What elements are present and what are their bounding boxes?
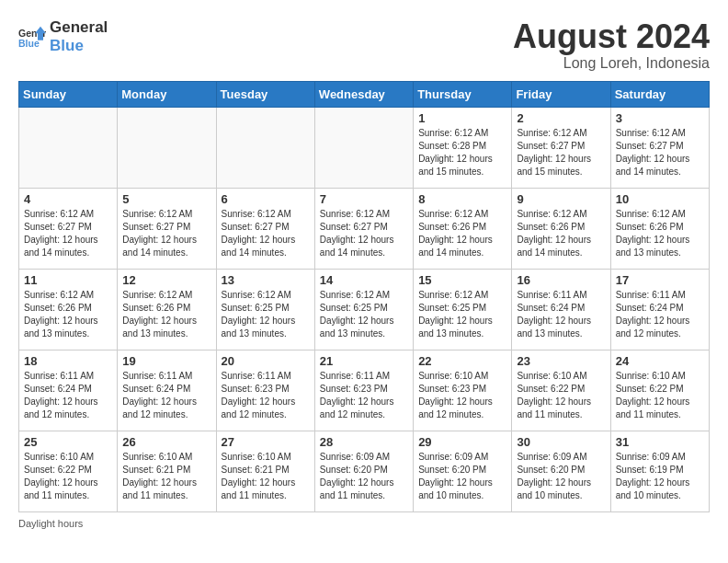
calendar-table: SundayMondayTuesdayWednesdayThursdayFrid…: [18, 81, 710, 512]
title-block: August 2024 Long Loreh, Indonesia: [513, 18, 710, 72]
day-info: Sunrise: 6:09 AM Sunset: 6:20 PM Dayligh…: [320, 451, 408, 502]
day-info: Sunrise: 6:11 AM Sunset: 6:24 PM Dayligh…: [24, 370, 112, 421]
calendar-day-cell: 19Sunrise: 6:11 AM Sunset: 6:24 PM Dayli…: [118, 350, 216, 431]
calendar-day-cell: 10Sunrise: 6:12 AM Sunset: 6:26 PM Dayli…: [610, 188, 709, 269]
day-number: 29: [418, 435, 506, 449]
day-number: 4: [24, 192, 112, 206]
day-info: Sunrise: 6:10 AM Sunset: 6:21 PM Dayligh…: [122, 451, 210, 502]
calendar-day-cell: 24Sunrise: 6:10 AM Sunset: 6:22 PM Dayli…: [610, 350, 709, 431]
weekday-header-sunday: Sunday: [19, 81, 118, 107]
calendar-day-cell: 16Sunrise: 6:11 AM Sunset: 6:24 PM Dayli…: [512, 269, 610, 350]
day-number: 20: [222, 354, 310, 368]
day-number: 31: [616, 435, 704, 449]
calendar-day-cell: 7Sunrise: 6:12 AM Sunset: 6:27 PM Daylig…: [314, 188, 413, 269]
month-year-title: August 2024: [513, 18, 710, 55]
calendar-day-cell: 18Sunrise: 6:11 AM Sunset: 6:24 PM Dayli…: [19, 350, 118, 431]
logo-text-blue: Blue: [50, 37, 108, 55]
day-number: 3: [616, 111, 704, 125]
calendar-day-cell: 8Sunrise: 6:12 AM Sunset: 6:26 PM Daylig…: [414, 188, 512, 269]
day-number: 26: [122, 435, 210, 449]
calendar-day-cell: 12Sunrise: 6:12 AM Sunset: 6:26 PM Dayli…: [118, 269, 216, 350]
calendar-day-cell: 21Sunrise: 6:11 AM Sunset: 6:23 PM Dayli…: [314, 350, 413, 431]
day-info: Sunrise: 6:10 AM Sunset: 6:23 PM Dayligh…: [418, 370, 506, 421]
day-info: Sunrise: 6:12 AM Sunset: 6:28 PM Dayligh…: [418, 127, 506, 178]
day-info: Sunrise: 6:11 AM Sunset: 6:24 PM Dayligh…: [517, 289, 605, 340]
day-number: 28: [320, 435, 408, 449]
day-info: Sunrise: 6:10 AM Sunset: 6:22 PM Dayligh…: [517, 370, 605, 421]
day-info: Sunrise: 6:10 AM Sunset: 6:22 PM Dayligh…: [24, 451, 112, 502]
day-info: Sunrise: 6:12 AM Sunset: 6:27 PM Dayligh…: [24, 208, 112, 259]
day-number: 19: [122, 354, 210, 368]
calendar-week-row: 1Sunrise: 6:12 AM Sunset: 6:28 PM Daylig…: [19, 107, 710, 188]
calendar-day-cell: [314, 107, 413, 188]
day-info: Sunrise: 6:12 AM Sunset: 6:25 PM Dayligh…: [320, 289, 408, 340]
day-info: Sunrise: 6:12 AM Sunset: 6:27 PM Dayligh…: [616, 127, 704, 178]
weekday-header-monday: Monday: [118, 81, 216, 107]
calendar-day-cell: 31Sunrise: 6:09 AM Sunset: 6:19 PM Dayli…: [610, 431, 709, 511]
day-info: Sunrise: 6:09 AM Sunset: 6:20 PM Dayligh…: [418, 451, 506, 502]
day-number: 24: [616, 354, 704, 368]
day-info: Sunrise: 6:12 AM Sunset: 6:26 PM Dayligh…: [24, 289, 112, 340]
day-info: Sunrise: 6:11 AM Sunset: 6:24 PM Dayligh…: [616, 289, 704, 340]
calendar-week-row: 18Sunrise: 6:11 AM Sunset: 6:24 PM Dayli…: [19, 350, 710, 431]
calendar-day-cell: 22Sunrise: 6:10 AM Sunset: 6:23 PM Dayli…: [414, 350, 512, 431]
day-info: Sunrise: 6:12 AM Sunset: 6:26 PM Dayligh…: [122, 289, 210, 340]
day-number: 1: [418, 111, 506, 125]
day-number: 7: [320, 192, 408, 206]
weekday-header-wednesday: Wednesday: [314, 81, 413, 107]
day-number: 25: [24, 435, 112, 449]
calendar-day-cell: 9Sunrise: 6:12 AM Sunset: 6:26 PM Daylig…: [512, 188, 610, 269]
day-number: 21: [320, 354, 408, 368]
calendar-day-cell: 30Sunrise: 6:09 AM Sunset: 6:20 PM Dayli…: [512, 431, 610, 511]
day-number: 16: [517, 273, 605, 287]
day-info: Sunrise: 6:11 AM Sunset: 6:23 PM Dayligh…: [222, 370, 310, 421]
day-info: Sunrise: 6:12 AM Sunset: 6:26 PM Dayligh…: [418, 208, 506, 259]
calendar-day-cell: 15Sunrise: 6:12 AM Sunset: 6:25 PM Dayli…: [414, 269, 512, 350]
calendar-day-cell: 17Sunrise: 6:11 AM Sunset: 6:24 PM Dayli…: [610, 269, 709, 350]
svg-text:Blue: Blue: [18, 38, 40, 49]
weekday-header-tuesday: Tuesday: [216, 81, 314, 107]
calendar-day-cell: 2Sunrise: 6:12 AM Sunset: 6:27 PM Daylig…: [512, 107, 610, 188]
calendar-day-cell: 25Sunrise: 6:10 AM Sunset: 6:22 PM Dayli…: [19, 431, 118, 511]
day-info: Sunrise: 6:12 AM Sunset: 6:25 PM Dayligh…: [418, 289, 506, 340]
day-number: 2: [517, 111, 605, 125]
weekday-header-thursday: Thursday: [414, 81, 512, 107]
calendar-day-cell: 29Sunrise: 6:09 AM Sunset: 6:20 PM Dayli…: [414, 431, 512, 511]
logo: General Blue General Blue: [18, 18, 108, 56]
calendar-day-cell: 23Sunrise: 6:10 AM Sunset: 6:22 PM Dayli…: [512, 350, 610, 431]
calendar-day-cell: 27Sunrise: 6:10 AM Sunset: 6:21 PM Dayli…: [216, 431, 314, 511]
day-number: 12: [122, 273, 210, 287]
logo-text-general: General: [50, 18, 108, 37]
calendar-week-row: 11Sunrise: 6:12 AM Sunset: 6:26 PM Dayli…: [19, 269, 710, 350]
calendar-day-cell: 11Sunrise: 6:12 AM Sunset: 6:26 PM Dayli…: [19, 269, 118, 350]
day-number: 6: [222, 192, 310, 206]
day-number: 5: [122, 192, 210, 206]
footer-note: Daylight hours: [18, 518, 710, 529]
day-info: Sunrise: 6:12 AM Sunset: 6:26 PM Dayligh…: [616, 208, 704, 259]
day-info: Sunrise: 6:12 AM Sunset: 6:27 PM Dayligh…: [222, 208, 310, 259]
calendar-week-row: 4Sunrise: 6:12 AM Sunset: 6:27 PM Daylig…: [19, 188, 710, 269]
day-number: 22: [418, 354, 506, 368]
calendar-day-cell: 5Sunrise: 6:12 AM Sunset: 6:27 PM Daylig…: [118, 188, 216, 269]
day-number: 15: [418, 273, 506, 287]
day-number: 17: [616, 273, 704, 287]
day-info: Sunrise: 6:11 AM Sunset: 6:24 PM Dayligh…: [122, 370, 210, 421]
calendar-day-cell: 1Sunrise: 6:12 AM Sunset: 6:28 PM Daylig…: [414, 107, 512, 188]
day-info: Sunrise: 6:12 AM Sunset: 6:27 PM Dayligh…: [517, 127, 605, 178]
day-info: Sunrise: 6:10 AM Sunset: 6:21 PM Dayligh…: [222, 451, 310, 502]
calendar-day-cell: 28Sunrise: 6:09 AM Sunset: 6:20 PM Dayli…: [314, 431, 413, 511]
day-number: 30: [517, 435, 605, 449]
calendar-week-row: 25Sunrise: 6:10 AM Sunset: 6:22 PM Dayli…: [19, 431, 710, 511]
calendar-day-cell: [216, 107, 314, 188]
day-info: Sunrise: 6:11 AM Sunset: 6:23 PM Dayligh…: [320, 370, 408, 421]
day-info: Sunrise: 6:12 AM Sunset: 6:25 PM Dayligh…: [222, 289, 310, 340]
page-header: General Blue General Blue August 2024 Lo…: [18, 18, 710, 72]
day-number: 23: [517, 354, 605, 368]
day-info: Sunrise: 6:10 AM Sunset: 6:22 PM Dayligh…: [616, 370, 704, 421]
day-number: 27: [222, 435, 310, 449]
day-number: 11: [24, 273, 112, 287]
calendar-day-cell: 26Sunrise: 6:10 AM Sunset: 6:21 PM Dayli…: [118, 431, 216, 511]
calendar-day-cell: [118, 107, 216, 188]
day-number: 10: [616, 192, 704, 206]
weekday-header-friday: Friday: [512, 81, 610, 107]
